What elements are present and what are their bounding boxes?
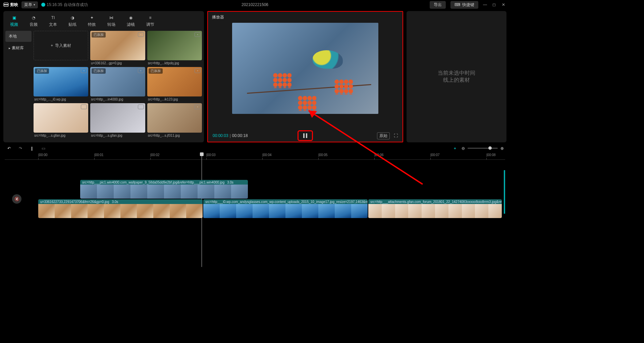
thumb-type-icon: ▫ xyxy=(81,68,87,73)
snap-toggle[interactable]: ⌖ xyxy=(454,146,456,151)
clip-label: u=3361622733,2291473706&fm=26&gp=0.jpg xyxy=(40,200,109,204)
app-logo: 剪映 xyxy=(3,2,18,8)
speaker-muted-icon: 🔇 xyxy=(14,197,19,201)
adjust-icon: ≡ xyxy=(147,14,154,21)
media-thumb[interactable]: 已添加▫u=336162...gp=0.jpg xyxy=(90,31,145,65)
thumb-caption: src=http_...ik123.jpg xyxy=(147,96,202,101)
logo-icon xyxy=(3,2,9,7)
player-viewport[interactable] xyxy=(232,23,378,114)
time-divider: | xyxy=(230,133,231,138)
check-icon xyxy=(41,3,45,7)
media-thumb[interactable]: 已添加▫src=http_...in4000.jpg xyxy=(90,67,145,101)
thumb-type-icon: ▫ xyxy=(195,105,201,109)
import-media-button[interactable]: +导入素材 xyxy=(34,31,88,65)
media-tabs: ▣视频◔音频TI文本◑贴纸✦特效⋈转场◉滤镜≡调节 xyxy=(3,11,204,29)
video-icon: ▣ xyxy=(11,14,17,21)
clip-label: src=http___attachments.gfan.com_forum_20… xyxy=(370,200,502,204)
media-tab-video[interactable]: ▣视频 xyxy=(5,13,23,29)
added-badge: 已添加 xyxy=(92,68,106,74)
thumb-type-icon: ▫ xyxy=(138,68,144,73)
thumb-caption: src=http_...kttpdq.jpg xyxy=(147,60,202,65)
split-button[interactable]: ‖ xyxy=(29,146,35,151)
clip-main[interactable]: u=3361622733,2291473706&fm=26&gp=0.jpg3.… xyxy=(38,199,203,218)
thumb-type-icon: ▫ xyxy=(138,105,144,109)
close-button[interactable]: ✕ xyxy=(502,2,506,7)
thumb-type-icon: ▫ xyxy=(195,68,201,73)
sidebar-library-label: 素材库 xyxy=(12,46,24,50)
pause-icon xyxy=(303,133,307,138)
play-pause-button[interactable] xyxy=(298,130,313,141)
media-tab-filter[interactable]: ◉滤镜 xyxy=(122,13,140,29)
track-upper[interactable]: src=http___pic1.win4000.com_wallpaper_9_… xyxy=(5,180,505,199)
current-time: 00:00:03 xyxy=(213,133,228,138)
media-thumb[interactable]: ▫src=http_...kttpdq.jpg xyxy=(147,31,202,65)
zoom-slider[interactable] xyxy=(468,148,498,149)
zoom-in-button[interactable]: ⊕ xyxy=(500,146,504,151)
ruler-tick: |00:02 xyxy=(150,153,160,157)
track-main[interactable]: u=3361622733,2291473706&fm=26&gp=0.jpg3.… xyxy=(5,199,505,218)
thumb-caption: src=http_...in4000.jpg xyxy=(90,96,145,101)
transition-icon: ⋈ xyxy=(108,14,115,21)
timeline-toolbar: ↶ ↷ ‖ ▭ ⌖ ⊖ ⊕ xyxy=(0,144,510,153)
media-tab-effect[interactable]: ✦特效 xyxy=(83,13,101,29)
media-thumb[interactable]: ▫src=http_...s.jf311.jpg xyxy=(147,103,202,137)
zoom-out-button[interactable]: ⊖ xyxy=(462,146,465,151)
player-panel: 播放器 00:00:03 | 00:00:18 原始 ⛶ xyxy=(207,11,403,142)
clip-duration: 3.0s xyxy=(112,200,118,204)
clip-main[interactable]: src=http___i0.wp.com_andysglasses.com_wp… xyxy=(203,199,368,218)
main-menu-label: 菜单 xyxy=(24,2,32,8)
aspect-ratio-button[interactable]: 原始 xyxy=(377,132,390,139)
clip-duration: 3.0s xyxy=(227,181,233,184)
hotkeys-label: 快捷键 xyxy=(462,2,474,8)
autosave-time: 15:16:35 xyxy=(47,2,62,7)
media-tab-transition[interactable]: ⋈转场 xyxy=(103,13,120,29)
media-thumb[interactable]: 已添加▫src=http_..._i0.wp.jpg xyxy=(34,67,88,101)
time-ruler[interactable]: |00:00|00:01|00:02|00:03|00:04|00:05|00:… xyxy=(5,153,505,160)
media-thumb[interactable]: 已添加▫src=http_...ik123.jpg xyxy=(147,67,202,101)
media-thumb[interactable]: ▫src=http_...s.gfan.jpg xyxy=(34,103,88,137)
media-tab-adjust[interactable]: ≡调节 xyxy=(142,13,159,29)
added-badge: 已添加 xyxy=(35,68,49,74)
main-menu-button[interactable]: 菜单 ▾ xyxy=(21,1,38,8)
titlebar: 剪映 菜单 ▾ 15:16:35 自动保存成功 202102221506 导出 … xyxy=(0,0,510,9)
added-badge: 已添加 xyxy=(149,68,163,74)
inspector-panel: 当前未选中时间 线上的素材 xyxy=(407,11,506,142)
minimize-button[interactable]: — xyxy=(483,2,488,7)
track-mute-button[interactable]: 🔇 xyxy=(12,194,21,204)
thumb-type-icon: ▫ xyxy=(81,105,87,109)
fullscreen-button[interactable]: ⛶ xyxy=(394,133,398,138)
media-thumb[interactable]: ▫src=http_...s.gfan.jpg xyxy=(90,103,145,137)
keyboard-icon: ⌨ xyxy=(454,2,460,7)
hotkeys-button[interactable]: ⌨ 快捷键 xyxy=(450,1,478,9)
export-button[interactable]: 导出 xyxy=(430,1,446,9)
clip-main[interactable]: src=http___attachments.gfan.com_forum_20… xyxy=(368,199,502,218)
total-time: 00:00:18 xyxy=(232,133,248,138)
media-tab-text[interactable]: TI文本 xyxy=(44,13,62,29)
ruler-tick: |00:08 xyxy=(486,153,496,157)
timeline[interactable]: |00:00|00:01|00:02|00:03|00:04|00:05|00:… xyxy=(0,153,510,267)
sidebar-item-library[interactable]: ▸素材库 xyxy=(5,43,32,54)
sidebar-item-local[interactable]: 本地 xyxy=(5,31,32,42)
undo-button[interactable]: ↶ xyxy=(6,146,12,151)
ruler-tick: |00:04 xyxy=(262,153,272,157)
ruler-tick: |00:06 xyxy=(374,153,384,157)
ruler-tick: |00:00 xyxy=(38,153,48,157)
media-sidebar: 本地 ▸素材库 xyxy=(3,29,34,142)
media-tab-sticker[interactable]: ◑贴纸 xyxy=(64,13,81,29)
sticker-icon: ◑ xyxy=(69,14,76,21)
thumb-caption: u=336162...gp=0.jpg xyxy=(90,60,145,65)
media-panel: ▣视频◔音频TI文本◑贴纸✦特效⋈转场◉滤镜≡调节 本地 ▸素材库 +导入素材 … xyxy=(3,11,204,142)
clip-overlay[interactable]: src=http___pic1.win4000.com_wallpaper_9_… xyxy=(80,180,248,199)
redo-button[interactable]: ↷ xyxy=(17,146,23,151)
clip-label: src=http___i0.wp.com_andysglasses.com_wp… xyxy=(205,200,368,204)
media-tab-audio[interactable]: ◔音频 xyxy=(25,13,42,29)
project-name: 202102221506 xyxy=(241,2,268,7)
thumb-caption: src=http_...s.jf311.jpg xyxy=(147,133,202,137)
maximize-button[interactable]: ◻ xyxy=(492,2,497,7)
thumb-type-icon: ▫ xyxy=(138,32,144,37)
timeline-end-marker xyxy=(504,170,505,214)
thumb-caption: src=http_..._i0.wp.jpg xyxy=(34,96,88,101)
thumb-caption: src=http_...s.gfan.jpg xyxy=(34,133,88,137)
delete-button[interactable]: ▭ xyxy=(40,146,46,151)
preview-image xyxy=(232,23,378,114)
